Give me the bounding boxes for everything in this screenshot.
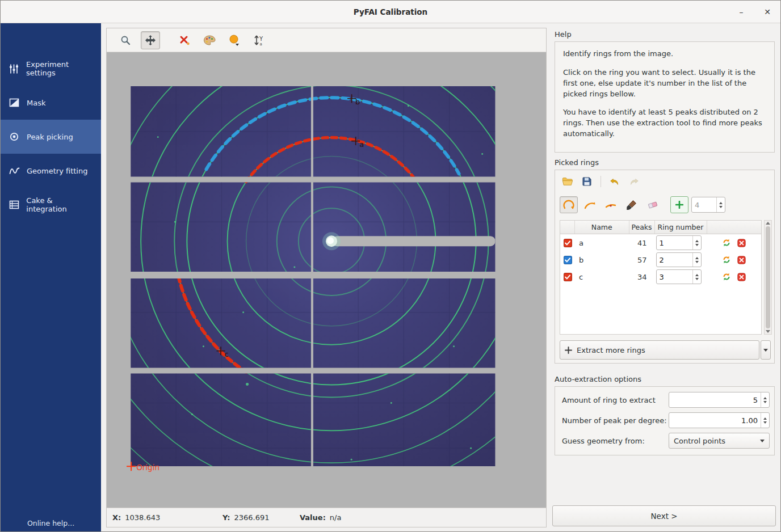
curve-icon <box>9 166 20 175</box>
ring-peak-count: 41 <box>629 239 655 247</box>
ring-number-spinbox[interactable] <box>656 269 702 284</box>
palette-icon <box>203 35 216 46</box>
delete-ring-button[interactable] <box>736 254 748 265</box>
add-ring-button[interactable] <box>670 196 688 213</box>
sidebar-item-cake-integration[interactable]: Cake & integration <box>1 188 101 222</box>
check-icon <box>564 273 571 280</box>
chevron-down-icon <box>763 349 768 352</box>
spin-arrows[interactable] <box>692 270 701 284</box>
y-axis-icon: Ya <box>253 34 266 47</box>
auto-extraction-section-title: Auto-extraction options <box>555 375 641 383</box>
sidebar-item-mask[interactable]: Mask <box>1 86 101 120</box>
pick-full-ring-tool[interactable] <box>560 196 578 213</box>
ring-number-input[interactable] <box>657 256 692 264</box>
marker-color-button[interactable] <box>225 31 244 49</box>
spin-arrows[interactable] <box>692 236 701 250</box>
new-ring-number-spinbox[interactable] <box>691 197 725 213</box>
peaks-per-degree-label: Number of peak per degree: <box>562 416 667 425</box>
ring-amount-label: Amount of ring to extract <box>562 396 656 404</box>
picked-rings-section-title: Picked rings <box>555 158 599 167</box>
ring-number-input[interactable] <box>657 239 692 247</box>
extract-more-rings-label: Extract more rings <box>577 346 645 354</box>
sidebar: Experiment settings Mask Peak picking Ge… <box>1 23 101 531</box>
red-cross-icon <box>179 35 190 46</box>
image-canvas[interactable]: a b c Origin <box>107 52 546 508</box>
extract-options-dropdown[interactable] <box>761 340 771 360</box>
ring-amount-spinbox[interactable] <box>669 392 770 408</box>
extract-more-rings-button[interactable]: Extract more rings <box>560 340 759 360</box>
mask-icon <box>9 98 20 108</box>
refresh-icon <box>722 272 731 281</box>
table-scrollbar[interactable] <box>764 220 772 335</box>
scroll-up-arrow[interactable] <box>766 222 770 225</box>
image-toolbar: Ya <box>107 28 546 52</box>
next-button[interactable]: Next > <box>552 505 776 526</box>
ring-number-spinbox[interactable] <box>656 235 702 250</box>
table-header: Name Peaks Ring number <box>560 221 761 234</box>
new-ring-number-input[interactable] <box>692 201 716 209</box>
spin-arrows[interactable] <box>761 392 769 407</box>
help-paragraph: Click on the ring you want to select. Us… <box>563 67 766 100</box>
undo-button[interactable] <box>609 176 620 187</box>
zoom-tool-button[interactable] <box>116 31 135 49</box>
header-ring-number[interactable]: Ring number <box>655 221 707 234</box>
check-icon <box>564 256 571 263</box>
close-button[interactable]: ✕ <box>761 6 774 18</box>
diffraction-image[interactable]: a b c Origin <box>107 52 546 508</box>
clear-markers-button[interactable] <box>175 31 194 49</box>
axis-orientation-button[interactable]: Ya <box>250 31 269 49</box>
pick-arc-tool[interactable] <box>581 196 599 213</box>
peaks-per-degree-input[interactable] <box>669 416 761 425</box>
pan-tool-button[interactable] <box>141 31 160 49</box>
scroll-down-arrow[interactable] <box>766 330 770 333</box>
recompute-ring-button[interactable] <box>721 237 732 248</box>
next-button-label: Next > <box>650 512 677 521</box>
auto-extraction-box: Amount of ring to extract Number of peak… <box>555 386 775 455</box>
table-row[interactable]: a 41 <box>560 234 761 251</box>
header-checkbox-column <box>560 221 575 234</box>
sidebar-item-peak-picking[interactable]: Peak picking <box>1 120 101 154</box>
ring-visible-checkbox[interactable] <box>564 273 572 281</box>
delete-ring-button[interactable] <box>736 237 748 248</box>
ring-amount-input[interactable] <box>669 396 761 404</box>
open-file-button[interactable] <box>562 176 573 187</box>
header-name[interactable]: Name <box>575 221 629 234</box>
guess-geometry-combobox[interactable]: Control points <box>669 433 770 449</box>
window-title: PyFAI Calibration <box>354 7 427 16</box>
picked-rings-table: Name Peaks Ring number a 41 b 57 <box>560 220 762 335</box>
plus-icon <box>565 347 572 354</box>
pick-peak-tool[interactable] <box>602 196 620 213</box>
ring-visible-checkbox[interactable] <box>564 239 572 247</box>
minimize-button[interactable]: – <box>735 6 748 18</box>
scrollbar-thumb[interactable] <box>766 226 770 328</box>
sidebar-item-experiment-settings[interactable]: Experiment settings <box>1 52 101 86</box>
status-value-text: n/a <box>330 513 342 522</box>
spin-arrows[interactable] <box>716 197 725 212</box>
header-peaks[interactable]: Peaks <box>629 221 655 234</box>
spin-arrows[interactable] <box>692 253 701 267</box>
delete-icon <box>737 273 746 281</box>
marker-a-label: a <box>359 140 364 149</box>
ring-visible-checkbox[interactable] <box>564 256 572 264</box>
ring-number-input[interactable] <box>657 273 692 281</box>
save-button[interactable] <box>581 176 593 187</box>
titlebar[interactable]: PyFAI Calibration – ✕ <box>1 1 780 23</box>
peaks-per-degree-spinbox[interactable] <box>669 412 770 428</box>
spin-arrows[interactable] <box>761 413 769 428</box>
sidebar-item-geometry-fitting[interactable]: Geometry fitting <box>1 154 101 188</box>
help-paragraph: You have to identify at least 5 peaks di… <box>563 107 766 140</box>
ring-number-spinbox[interactable] <box>656 252 702 267</box>
table-row[interactable]: c 34 <box>560 268 761 285</box>
svg-text:Y: Y <box>259 36 263 42</box>
move-arrows-icon <box>145 35 156 46</box>
brush-tool[interactable] <box>623 196 641 213</box>
recompute-ring-button[interactable] <box>721 254 732 265</box>
ring-name: a <box>575 239 629 247</box>
online-help-link[interactable]: Online help... <box>1 519 101 527</box>
redo-button[interactable] <box>628 176 640 187</box>
recompute-ring-button[interactable] <box>721 271 732 282</box>
eraser-tool[interactable] <box>644 196 662 213</box>
colormap-button[interactable] <box>200 31 219 49</box>
table-row[interactable]: b 57 <box>560 251 761 268</box>
delete-ring-button[interactable] <box>736 271 748 282</box>
